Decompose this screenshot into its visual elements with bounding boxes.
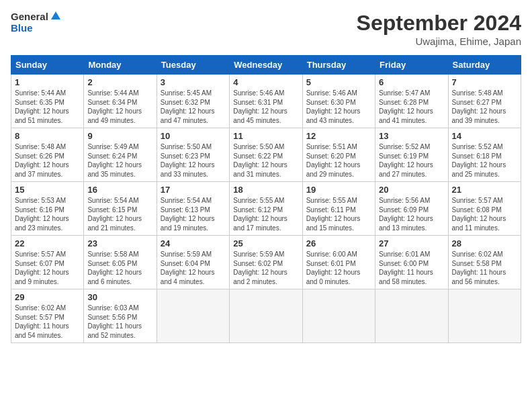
day-header-monday: Monday [84,56,157,75]
day-number: 6 [379,77,444,87]
day-number: 15 [15,185,80,195]
day-info: Sunrise: 5:59 AM Sunset: 6:02 PM Dayligh… [233,250,298,286]
day-info: Sunrise: 5:48 AM Sunset: 6:26 PM Dayligh… [15,142,80,179]
day-number: 12 [306,131,371,141]
calendar-cell: 5Sunrise: 5:46 AM Sunset: 6:30 PM Daylig… [302,75,375,128]
calendar-cell: 4Sunrise: 5:46 AM Sunset: 6:31 PM Daylig… [230,75,302,128]
calendar-cell: 9Sunrise: 5:49 AM Sunset: 6:24 PM Daylig… [84,128,157,182]
calendar-cell: 29Sunrise: 6:02 AM Sunset: 5:57 PM Dayli… [11,289,84,343]
day-header-wednesday: Wednesday [230,56,302,75]
calendar-cell [448,289,521,343]
calendar-cell: 8Sunrise: 5:48 AM Sunset: 6:26 PM Daylig… [11,128,84,182]
day-number: 24 [161,238,226,248]
day-header-saturday: Saturday [448,56,521,75]
day-number: 5 [306,77,371,87]
day-info: Sunrise: 5:46 AM Sunset: 6:31 PM Dayligh… [233,89,298,125]
calendar-cell: 30Sunrise: 6:03 AM Sunset: 5:56 PM Dayli… [84,289,157,343]
day-info: Sunrise: 5:50 AM Sunset: 6:23 PM Dayligh… [161,142,226,179]
month-title: September 2024 [357,11,521,36]
week-row-2: 15Sunrise: 5:53 AM Sunset: 6:16 PM Dayli… [11,182,521,236]
day-info: Sunrise: 5:51 AM Sunset: 6:20 PM Dayligh… [306,142,371,179]
calendar-cell [302,289,375,343]
logo-general-text: General [11,11,48,22]
day-number: 4 [233,77,298,87]
day-info: Sunrise: 5:58 AM Sunset: 6:05 PM Dayligh… [87,250,152,286]
day-info: Sunrise: 5:59 AM Sunset: 6:04 PM Dayligh… [161,250,226,286]
week-row-1: 8Sunrise: 5:48 AM Sunset: 6:26 PM Daylig… [11,128,521,182]
calendar-cell: 14Sunrise: 5:52 AM Sunset: 6:18 PM Dayli… [448,128,521,182]
calendar-cell [230,289,302,343]
day-info: Sunrise: 5:57 AM Sunset: 6:07 PM Dayligh… [15,250,80,286]
week-row-3: 22Sunrise: 5:57 AM Sunset: 6:07 PM Dayli… [11,236,521,289]
day-number: 18 [233,185,298,195]
day-info: Sunrise: 5:46 AM Sunset: 6:30 PM Dayligh… [306,89,371,125]
days-of-week-row: SundayMondayTuesdayWednesdayThursdayFrid… [11,56,521,75]
week-row-4: 29Sunrise: 6:02 AM Sunset: 5:57 PM Dayli… [11,289,521,343]
day-number: 3 [161,77,226,87]
day-info: Sunrise: 5:54 AM Sunset: 6:13 PM Dayligh… [161,196,226,232]
day-number: 17 [161,185,226,195]
day-info: Sunrise: 5:47 AM Sunset: 6:28 PM Dayligh… [379,89,444,125]
week-row-0: 1Sunrise: 5:44 AM Sunset: 6:35 PM Daylig… [11,75,521,128]
header: General Blue September 2024 Uwajima, Ehi… [11,11,521,47]
day-number: 2 [87,77,152,87]
calendar-cell: 15Sunrise: 5:53 AM Sunset: 6:16 PM Dayli… [11,182,84,236]
calendar-cell: 6Sunrise: 5:47 AM Sunset: 6:28 PM Daylig… [375,75,448,128]
calendar-cell: 26Sunrise: 6:00 AM Sunset: 6:01 PM Dayli… [302,236,375,289]
day-info: Sunrise: 5:55 AM Sunset: 6:11 PM Dayligh… [306,196,371,232]
calendar-cell [157,289,229,343]
logo-icon [50,10,62,22]
day-info: Sunrise: 5:53 AM Sunset: 6:16 PM Dayligh… [15,196,80,232]
day-number: 1 [15,77,80,87]
day-number: 29 [15,292,80,302]
day-number: 27 [379,238,444,248]
day-info: Sunrise: 5:48 AM Sunset: 6:27 PM Dayligh… [452,89,517,125]
calendar-cell: 19Sunrise: 5:55 AM Sunset: 6:11 PM Dayli… [302,182,375,236]
day-info: Sunrise: 6:01 AM Sunset: 6:00 PM Dayligh… [379,250,444,286]
calendar-body: 1Sunrise: 5:44 AM Sunset: 6:35 PM Daylig… [11,75,521,343]
day-info: Sunrise: 5:45 AM Sunset: 6:32 PM Dayligh… [161,89,226,125]
day-info: Sunrise: 5:49 AM Sunset: 6:24 PM Dayligh… [87,142,152,179]
day-number: 28 [452,238,517,248]
day-number: 14 [452,131,517,141]
day-info: Sunrise: 5:55 AM Sunset: 6:12 PM Dayligh… [233,196,298,232]
logo: General Blue [11,11,62,34]
day-number: 26 [306,238,371,248]
day-number: 21 [452,185,517,195]
calendar-cell: 18Sunrise: 5:55 AM Sunset: 6:12 PM Dayli… [230,182,302,236]
day-number: 16 [87,185,152,195]
svg-marker-0 [51,11,60,19]
calendar-cell [375,289,448,343]
day-info: Sunrise: 6:03 AM Sunset: 5:56 PM Dayligh… [87,304,152,340]
logo-blue-text: Blue [11,22,33,34]
day-number: 30 [87,292,152,302]
calendar-cell: 11Sunrise: 5:50 AM Sunset: 6:22 PM Dayli… [230,128,302,182]
calendar-cell: 20Sunrise: 5:56 AM Sunset: 6:09 PM Dayli… [375,182,448,236]
day-info: Sunrise: 6:00 AM Sunset: 6:01 PM Dayligh… [306,250,371,286]
calendar-cell: 13Sunrise: 5:52 AM Sunset: 6:19 PM Dayli… [375,128,448,182]
day-header-friday: Friday [375,56,448,75]
day-number: 8 [15,131,80,141]
location-title: Uwajima, Ehime, Japan [357,36,521,47]
calendar-cell: 28Sunrise: 6:02 AM Sunset: 5:58 PM Dayli… [448,236,521,289]
calendar-cell: 27Sunrise: 6:01 AM Sunset: 6:00 PM Dayli… [375,236,448,289]
calendar-cell: 2Sunrise: 5:44 AM Sunset: 6:34 PM Daylig… [84,75,157,128]
calendar: SundayMondayTuesdayWednesdayThursdayFrid… [11,55,521,343]
day-number: 22 [15,238,80,248]
day-number: 9 [87,131,152,141]
calendar-cell: 25Sunrise: 5:59 AM Sunset: 6:02 PM Dayli… [230,236,302,289]
day-info: Sunrise: 5:50 AM Sunset: 6:22 PM Dayligh… [233,142,298,179]
calendar-cell: 24Sunrise: 5:59 AM Sunset: 6:04 PM Dayli… [157,236,229,289]
day-number: 10 [161,131,226,141]
calendar-cell: 12Sunrise: 5:51 AM Sunset: 6:20 PM Dayli… [302,128,375,182]
calendar-cell: 3Sunrise: 5:45 AM Sunset: 6:32 PM Daylig… [157,75,229,128]
calendar-cell: 16Sunrise: 5:54 AM Sunset: 6:15 PM Dayli… [84,182,157,236]
day-info: Sunrise: 5:52 AM Sunset: 6:19 PM Dayligh… [379,142,444,179]
day-info: Sunrise: 5:52 AM Sunset: 6:18 PM Dayligh… [452,142,517,179]
calendar-cell: 21Sunrise: 5:57 AM Sunset: 6:08 PM Dayli… [448,182,521,236]
calendar-cell: 22Sunrise: 5:57 AM Sunset: 6:07 PM Dayli… [11,236,84,289]
day-info: Sunrise: 6:02 AM Sunset: 5:57 PM Dayligh… [15,304,80,340]
calendar-cell: 10Sunrise: 5:50 AM Sunset: 6:23 PM Dayli… [157,128,229,182]
calendar-cell: 1Sunrise: 5:44 AM Sunset: 6:35 PM Daylig… [11,75,84,128]
calendar-cell: 17Sunrise: 5:54 AM Sunset: 6:13 PM Dayli… [157,182,229,236]
